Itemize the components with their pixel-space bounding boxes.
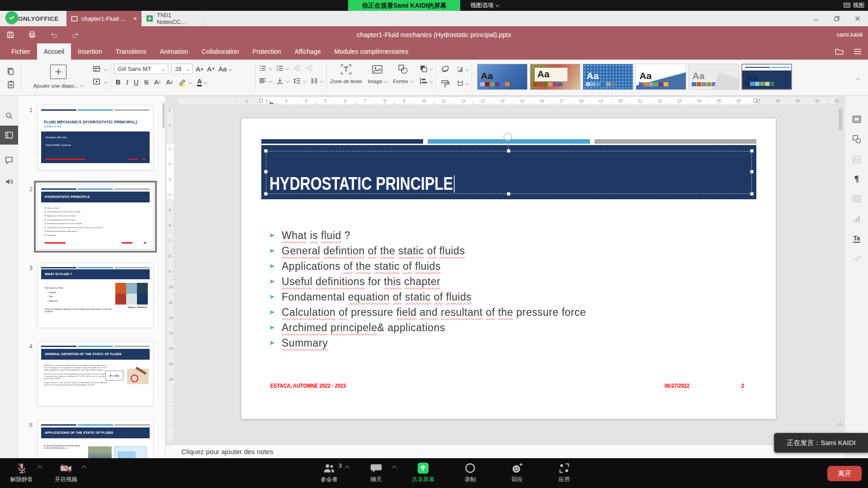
arrange-shape-button[interactable] (419, 64, 433, 73)
slide-title-textbox[interactable]: HYDROSTATIC PRINCIPLE (261, 145, 756, 199)
open-file-location-icon[interactable] (835, 48, 844, 55)
underline-button[interactable]: U (134, 78, 139, 86)
slide-thumbnail-4[interactable]: GENERAL DEFINTION OF THE STATIC OF FLUID… (37, 341, 154, 407)
vertical-align-button[interactable] (276, 77, 289, 85)
resize-handle[interactable] (507, 149, 510, 153)
scroll-up-icon[interactable] (837, 423, 842, 428)
tab-document-presentation[interactable]: chapter1-Fluid ... × (66, 11, 142, 26)
textart-settings-icon[interactable]: Ta (845, 230, 868, 247)
slide-size-button[interactable] (457, 79, 468, 89)
menu-transitions[interactable]: Transitions (109, 43, 153, 60)
comments-icon[interactable] (0, 152, 18, 168)
slide-thumbnail-3[interactable]: WHAT IS FLUID ? We mean by Fluid :• Liqu… (37, 263, 154, 328)
chevron-up-icon[interactable] (37, 465, 42, 470)
insert-shape-button[interactable]: Forme (393, 63, 413, 95)
chart-settings-icon[interactable] (845, 211, 868, 227)
image-settings-icon[interactable] (845, 151, 868, 167)
close-tab-icon[interactable]: × (133, 15, 137, 22)
slides-panel-icon[interactable] (0, 126, 18, 145)
canvas-scrollbar[interactable] (839, 108, 842, 130)
zoom-record-button[interactable]: 录制 (458, 461, 483, 483)
strikethrough-button[interactable]: S (144, 78, 149, 86)
view-switch-button[interactable]: 视图 (844, 0, 864, 11)
menu-protection[interactable]: Protection (246, 43, 288, 60)
tab-document-spreadsheet[interactable]: TN01 NotesCC... (142, 11, 205, 26)
decrease-indent-button[interactable] (293, 64, 301, 72)
zoom-video-button[interactable]: 开启视频 (53, 461, 79, 483)
line-spacing-button[interactable] (293, 77, 306, 85)
notes-placeholder[interactable]: Cliquez pour ajouter des notes (181, 448, 273, 455)
zoom-mic-button[interactable]: 解除静音 (9, 461, 34, 483)
zoom-chat-button[interactable]: 聊天 (363, 461, 389, 483)
slide-thumbnail-1[interactable]: FLUID MECHANICS (HYDROSTATIC PRINCIPAL) … (37, 105, 154, 170)
signature-settings-icon[interactable] (845, 250, 868, 266)
theme-blue-gradient[interactable]: Aa (477, 64, 528, 90)
zoom-participants-button[interactable]: 3参会者 (316, 461, 342, 483)
menu-collaboration[interactable]: Collaboration (195, 43, 246, 60)
insert-textbox-button[interactable]: Zone de texte (330, 63, 362, 95)
slide-settings-icon[interactable] (845, 111, 868, 127)
feedback-icon[interactable] (0, 174, 18, 190)
resize-handle[interactable] (750, 192, 754, 196)
chevron-up-icon[interactable] (81, 465, 86, 470)
resize-handle[interactable] (750, 170, 754, 174)
increase-font-button[interactable]: A▲ (196, 65, 204, 73)
zoom-apps-button[interactable]: 应用 (552, 461, 577, 483)
theme-white-curve[interactable]: Aa (636, 64, 686, 90)
slide-canvas[interactable]: 1234567891011121314151617181920212223242… (165, 96, 844, 445)
left-indent-marker[interactable] (259, 99, 263, 103)
copy-button[interactable] (6, 67, 15, 75)
bullets-button[interactable] (259, 64, 272, 72)
font-name-select[interactable]: Gill Sans MT (114, 64, 168, 74)
zoom-reactions-button[interactable]: 回应 (505, 461, 530, 483)
slide-thumbnail-2-selected[interactable]: HYDROSTATIC PRINCIPLE What is fluid ?Gen… (37, 184, 154, 249)
tab-stop-marker[interactable] (270, 102, 274, 104)
view-options-button[interactable]: 视图选项 (470, 0, 499, 11)
theme-textured[interactable]: Aa (530, 64, 580, 90)
menu-accueil[interactable]: Accueil (37, 43, 71, 60)
resize-handle[interactable] (507, 192, 510, 196)
resize-handle[interactable] (750, 149, 754, 153)
resize-handle[interactable] (264, 170, 268, 174)
resize-handle[interactable] (264, 192, 268, 196)
chevron-up-icon[interactable] (392, 465, 396, 470)
shape-settings-icon[interactable] (845, 131, 868, 147)
resize-handle[interactable] (264, 149, 268, 153)
menu-insertion[interactable]: Insertion (71, 43, 109, 60)
superscript-button[interactable]: A2 (154, 78, 160, 86)
decrease-font-button[interactable]: A▼ (207, 65, 215, 73)
chevron-up-icon[interactable] (344, 465, 349, 470)
horizontal-align-button[interactable] (259, 77, 272, 85)
table-settings-icon[interactable] (845, 191, 868, 207)
horizontal-ruler[interactable]: 1234567891011121314151617181920212223242… (176, 97, 836, 105)
subscript-button[interactable]: A2 (166, 78, 173, 86)
numbering-button[interactable] (276, 64, 289, 72)
toolbar-more-button[interactable] (849, 60, 864, 95)
zoom-share-button[interactable]: 共享屏幕 (410, 461, 436, 483)
italic-button[interactable]: I (126, 78, 128, 86)
view-settings-icon[interactable] (854, 48, 862, 55)
menu-affichage[interactable]: Affichage (288, 43, 328, 60)
slide-layout-button[interactable] (92, 65, 107, 73)
insert-image-button[interactable]: Image (368, 63, 387, 95)
bold-button[interactable]: B (116, 78, 121, 86)
thumbnail-scrollbar[interactable] (162, 103, 165, 128)
slide-editing-area[interactable]: HYDROSTATIC PRINCIPLE What is fluid ?Gen… (241, 118, 776, 419)
theme-gray[interactable]: Aa (689, 64, 739, 90)
paste-button[interactable] (6, 80, 15, 89)
search-icon[interactable] (0, 108, 18, 124)
minimize-button[interactable] (806, 11, 826, 26)
start-slideshow-button[interactable] (92, 77, 107, 86)
align-shape-button[interactable] (419, 77, 433, 85)
increase-indent-button[interactable] (305, 64, 313, 72)
zoom-leave-button[interactable]: 离开 (827, 466, 862, 481)
vertical-ruler[interactable]: 2112345678910111213141516 (166, 108, 175, 442)
font-color-button[interactable]: A (197, 78, 207, 86)
theme-dotted-blue[interactable]: Aa (583, 64, 633, 90)
slide-bullet-list[interactable]: What is fluid ?General defintion of the … (269, 228, 586, 351)
font-size-select[interactable]: 28 (171, 64, 193, 74)
slide-title-text[interactable]: HYDROSTATIC PRINCIPLE (269, 172, 455, 195)
menu-modules-compl-mentaires[interactable]: Modules complémentaires (328, 43, 415, 60)
rotate-handle[interactable] (504, 133, 512, 141)
slide-thumbnail-5[interactable]: APPLICATIONS OF THE STATIC OF FLUIDS Siz… (37, 420, 154, 458)
